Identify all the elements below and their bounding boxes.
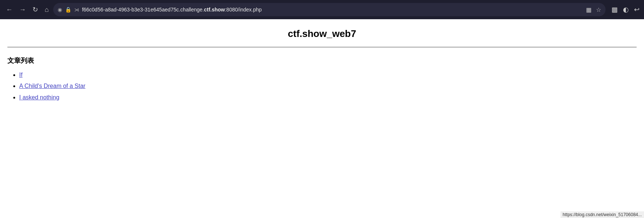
list-item: I asked nothing xyxy=(19,92,637,103)
nav-buttons: ← → ↻ ⌂ xyxy=(4,6,50,14)
page-content: ctf.show_web7 文章列表 IfA Child's Dream of … xyxy=(0,19,644,103)
browser-chrome: ← → ↻ ⌂ ◉ 🔒 ⋊ f66c0d56-a8ad-4963-b3e3-31… xyxy=(0,0,644,19)
address-bar-right-icons: ▦ ☆ xyxy=(586,6,601,13)
list-item: If xyxy=(19,69,637,81)
tracking-icon: 🔒 xyxy=(65,7,71,13)
list-item: A Child's Dream of a Star xyxy=(19,81,637,92)
article-list: IfA Child's Dream of a StarI asked nothi… xyxy=(7,69,637,103)
reload-button[interactable]: ↻ xyxy=(31,6,40,14)
security-shield-icon: ◉ xyxy=(58,7,62,13)
collections-icon[interactable]: ▩ xyxy=(611,6,618,14)
qr-code-icon[interactable]: ▦ xyxy=(586,6,592,13)
permissions-icon: ⋊ xyxy=(74,7,79,13)
address-bar[interactable]: ◉ 🔒 ⋊ f66c0d56-a8ad-4963-b3e3-31e645aed7… xyxy=(53,3,606,16)
undo-icon[interactable]: ↩ xyxy=(634,6,640,14)
home-button[interactable]: ⌂ xyxy=(43,6,50,14)
article-link[interactable]: If xyxy=(19,72,23,78)
extensions-icon[interactable]: ◐ xyxy=(623,6,629,14)
article-link[interactable]: I asked nothing xyxy=(19,94,59,101)
page-title: ctf.show_web7 xyxy=(7,19,637,47)
article-link[interactable]: A Child's Dream of a Star xyxy=(19,83,85,89)
browser-toolbar-icons: ▩ ◐ ↩ xyxy=(611,6,640,14)
bookmark-star-icon[interactable]: ☆ xyxy=(596,6,601,13)
section-heading: 文章列表 xyxy=(7,56,637,65)
address-text: f66c0d56-a8ad-4963-b3e3-31e645aed75c.cha… xyxy=(82,7,583,13)
forward-button[interactable]: → xyxy=(18,6,27,14)
back-button[interactable]: ← xyxy=(4,6,14,14)
